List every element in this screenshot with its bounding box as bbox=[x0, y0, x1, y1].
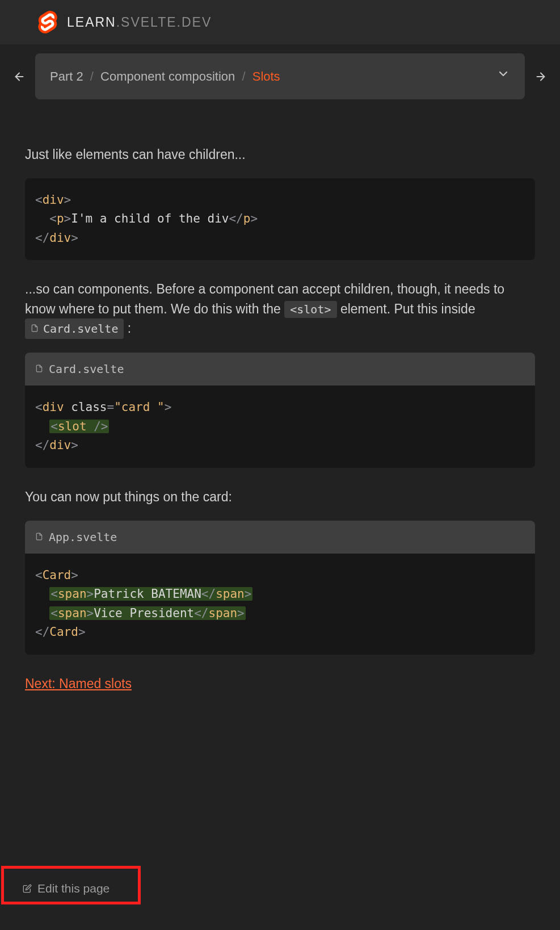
chevron-down-icon bbox=[496, 67, 510, 86]
file-icon bbox=[35, 532, 44, 542]
breadcrumb: Part 2 / Component composition / Slots bbox=[50, 67, 280, 86]
next-link[interactable]: Next: Named slots bbox=[25, 676, 132, 691]
code-block-3: <Card> <span>Patrick BATEMAN</span> <spa… bbox=[25, 554, 535, 655]
prev-arrow[interactable] bbox=[9, 66, 30, 87]
crumb-section: Component composition bbox=[100, 69, 235, 83]
inline-code-slot: <slot> bbox=[284, 301, 336, 318]
paragraph-3: You can now put things on the card: bbox=[25, 487, 535, 507]
crumb-part: Part 2 bbox=[50, 69, 83, 83]
svelte-logo[interactable] bbox=[37, 10, 58, 34]
breadcrumb-dropdown[interactable]: Part 2 / Component composition / Slots bbox=[35, 53, 525, 99]
file-icon bbox=[31, 324, 40, 334]
inline-file-card: Card.svelte bbox=[25, 319, 124, 339]
crumb-sep: / bbox=[242, 69, 245, 83]
code-block-2: <div class="card "> <slot /> </div> bbox=[25, 386, 535, 468]
edit-icon bbox=[23, 883, 32, 894]
edit-page-label: Edit this page bbox=[37, 879, 110, 898]
code-file-name: Card.svelte bbox=[49, 361, 124, 378]
crumb-current: Slots bbox=[252, 69, 280, 83]
brand-learn: LEARN bbox=[67, 15, 116, 30]
page-footer: Edit this page bbox=[0, 873, 132, 906]
crumb-sep: / bbox=[90, 69, 94, 83]
code-file-name: App.svelte bbox=[49, 529, 117, 546]
brand-rest: .SVELTE.DEV bbox=[116, 15, 212, 30]
intro-paragraph: Just like elements can have children... bbox=[25, 145, 535, 165]
paragraph-2: ...so can components. Before a component… bbox=[25, 279, 535, 339]
main-content: Just like elements can have children... … bbox=[0, 99, 560, 724]
edit-page-link[interactable]: Edit this page bbox=[23, 879, 110, 898]
next-arrow[interactable] bbox=[530, 66, 551, 87]
file-icon bbox=[35, 364, 44, 374]
code-file-header-2: Card.svelte bbox=[25, 353, 535, 386]
brand-text: LEARN.SVELTE.DEV bbox=[67, 12, 212, 32]
code-file-header-3: App.svelte bbox=[25, 521, 535, 554]
code-block-1: <div> <p>I'm a child of the div</p> </di… bbox=[25, 178, 535, 261]
nav-row: Part 2 / Component composition / Slots bbox=[0, 44, 560, 99]
site-header: LEARN.SVELTE.DEV bbox=[0, 0, 560, 44]
